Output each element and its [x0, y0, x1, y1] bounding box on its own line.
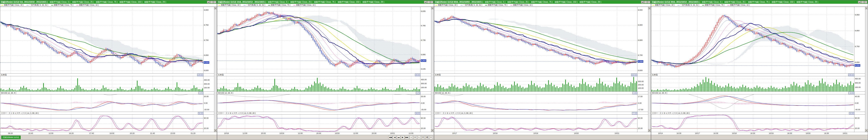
volume-chart-canvas[interactable]	[217, 76, 420, 92]
macd-value-box: -1.72	[198, 92, 204, 94]
stoch-value-box: 42.65	[849, 112, 855, 114]
toolbar-button[interactable]: ＋	[409, 136, 413, 139]
indicator-legend-row: 移動平均線( Close, 40 )一目均衡表( 9, 26, 52 )移動平均…	[0, 4, 217, 7]
window-restore-button[interactable]: □	[644, 1, 647, 3]
bottom-bar: ◀◀◀▬▶▶▶＋DL日週✕	[217, 135, 434, 140]
macd-chart-canvas[interactable]	[0, 94, 203, 112]
window-title: 日経225mini 11/12( 60分, 2011/10/03 - 2011/…	[435, 1, 483, 4]
macd-chart-canvas[interactable]	[434, 94, 637, 112]
macd-value-box: -14.49	[848, 92, 855, 94]
volume-chart-canvas[interactable]	[0, 76, 203, 92]
toolbar-button[interactable]: 日	[421, 136, 425, 139]
macd-chart-canvas[interactable]	[217, 94, 420, 112]
scroll-up-button[interactable]: ▲	[648, 7, 651, 9]
volume-chart-canvas[interactable]	[434, 76, 637, 92]
window-minimize-button[interactable]: ▬	[641, 1, 644, 3]
vertical-scrollbar[interactable]: ▲ ▼	[865, 7, 868, 132]
time-label: 10/18	[732, 132, 737, 134]
macd-chart-canvas[interactable]	[651, 94, 854, 112]
time-label: 10/20	[574, 132, 579, 134]
price-tick-label: 8,800	[204, 9, 209, 11]
stoch-chart-canvas[interactable]	[217, 114, 420, 132]
window-restore-button[interactable]: □	[427, 1, 430, 3]
toolbar-button[interactable]: ◀	[393, 136, 397, 139]
price-chart-canvas[interactable]	[0, 7, 203, 73]
legend-item-label: 移動平均線( Close, 40 )	[655, 4, 675, 6]
window-minimize-button[interactable]: ▬	[858, 1, 861, 3]
window-titlebar[interactable]: 日経225mini 11/12( 30分, 2011/10/14 - 2011/…	[651, 0, 868, 4]
volume-chart-canvas[interactable]	[651, 76, 854, 92]
stoch-tick-label: 80.00	[855, 117, 860, 119]
window-titlebar[interactable]: 日経225mini 11/12( 60分, 2011/10/03 - 2011/…	[434, 0, 651, 4]
toolbar-button[interactable]: L	[417, 136, 421, 139]
titlebar-indicator-label: 移動平均線( Close, 29 )	[797, 1, 818, 3]
window-close-button[interactable]: ✕	[213, 1, 216, 3]
toolbar-button[interactable]: ✕	[429, 136, 433, 139]
scroll-down-button[interactable]: ▼	[648, 129, 651, 132]
time-label: 12:00	[409, 132, 413, 134]
stoch-chart-section: 80.0020.00	[434, 114, 651, 132]
scroll-up-button[interactable]: ▲	[865, 7, 868, 9]
volume-tick-label: 150.00	[204, 87, 210, 89]
vertical-scrollbar[interactable]: ▲ ▼	[648, 7, 651, 132]
legend-item-label: 一目均衡表( 9, 26, 52 )	[246, 4, 265, 6]
scroll-up-button[interactable]: ▲	[214, 7, 217, 9]
window-close-button[interactable]: ✕	[864, 1, 867, 3]
legend-item-label: 移動平均線( Close, 16 )	[79, 4, 99, 6]
macd-chart-section: 40.000.00-40.00	[651, 94, 868, 112]
window-titlebar[interactable]: 日経225mini 11/12( 15分, 2011/10/13 - 2011/…	[217, 0, 434, 4]
stoch-chart-canvas[interactable]	[651, 114, 854, 132]
stoch-chart-canvas[interactable]	[0, 114, 203, 132]
titlebar-indicator-label: 移動平均線( Close, 75 )	[748, 1, 770, 3]
vertical-scrollbar[interactable]: ▲ ▼	[431, 7, 434, 132]
stoch-chart-section: 80.0020.00	[217, 114, 434, 132]
toolbar-button[interactable]: ▶▶	[405, 136, 409, 139]
stoch-tick-label: 20.00	[855, 127, 860, 129]
toolbar-button[interactable]: ▶	[401, 136, 404, 139]
window-close-button[interactable]: ✕	[430, 1, 433, 3]
indicator-legend-row: 移動平均線( Close, 40 )一目均衡表( 9, 26, 52 )移動平均…	[434, 4, 651, 7]
window-minimize-button[interactable]: ▬	[207, 1, 210, 3]
price-tick-label: 9,000	[638, 9, 643, 11]
time-label: 10/21	[843, 132, 847, 134]
price-chart-canvas[interactable]	[651, 7, 854, 73]
time-label: 10/19	[769, 132, 774, 134]
toolbar-button[interactable]: 週	[425, 136, 429, 139]
toolbar-button[interactable]: ◀◀	[388, 136, 393, 139]
scroll-up-button[interactable]: ▲	[431, 7, 434, 9]
toolbar-button[interactable]: ▬	[397, 136, 400, 139]
stoch-chart-section: 80.0020.00	[0, 114, 217, 132]
window-buttons: ▬□✕	[641, 1, 650, 3]
time-label: 12:00	[298, 132, 303, 134]
price-chart-canvas[interactable]	[434, 7, 637, 73]
toolbar-button[interactable]: D	[413, 136, 417, 139]
window-close-button[interactable]: ✕	[647, 1, 650, 3]
bottom-bar: 日経225mini 11/12(	[0, 135, 217, 140]
volume-tick-label: 450.00	[204, 79, 210, 81]
scroll-down-button[interactable]: ▼	[214, 129, 217, 132]
stoch-value-box: 52.55	[198, 112, 204, 114]
legend-color-chip	[51, 5, 53, 5]
price-chart-canvas[interactable]	[217, 7, 420, 73]
titlebar-indicator-label: 移動平均線( Close, 75 )	[531, 1, 553, 3]
minimized-window[interactable]: 日経225mini 11/12(	[1, 136, 21, 139]
macd-section-header: MACD( 12, 26, 9 ) 1.73	[217, 92, 434, 94]
window-restore-button[interactable]: □	[210, 1, 213, 3]
window-restore-button[interactable]: □	[861, 1, 864, 3]
stoch-chart-canvas[interactable]	[434, 114, 637, 132]
time-label: 10/20	[335, 132, 340, 134]
window-buttons: ▬□✕	[207, 1, 216, 3]
scroll-down-button[interactable]: ▼	[865, 129, 868, 132]
stoch-tick-label: 20.00	[421, 127, 426, 129]
legend-color-chip	[218, 5, 220, 5]
chart-workspace: 日経225mini 11/12( 5分, 2011/10/18 - 2011/1…	[0, 0, 868, 140]
window-titlebar[interactable]: 日経225mini 11/12( 5分, 2011/10/18 - 2011/1…	[0, 0, 217, 4]
volume-section-label: 出来高	[652, 74, 658, 76]
window-minimize-button[interactable]: ▬	[424, 1, 427, 3]
time-label: 16:30	[677, 132, 681, 134]
legend-color-chip	[510, 5, 513, 5]
vertical-scrollbar[interactable]: ▲ ▼	[214, 7, 217, 132]
scroll-down-button[interactable]: ▼	[431, 129, 434, 132]
titlebar-indicator-label: 移動平均線( Close, 25 )	[290, 1, 312, 3]
time-label: 19:00	[110, 132, 114, 134]
